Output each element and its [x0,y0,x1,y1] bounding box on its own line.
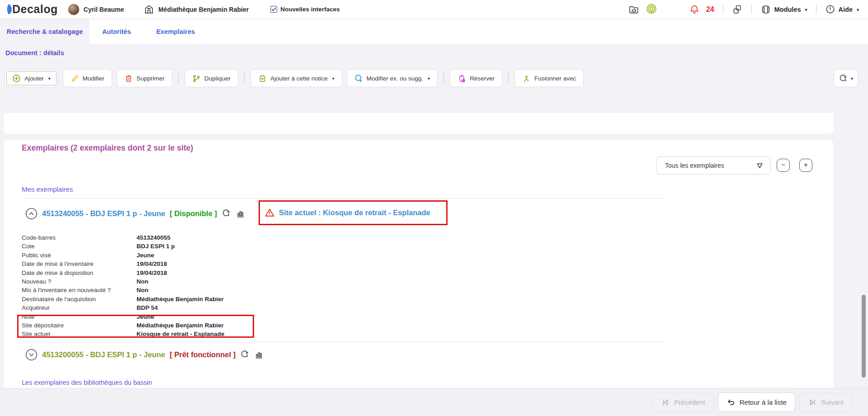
back-to-list-button[interactable]: Retour à la liste [718,392,795,412]
duplicate-button[interactable]: Dupliquer [184,69,238,87]
toolbar-separator [244,72,245,84]
detail-row: Destinataire de l'acquisitionMédiathèque… [22,295,224,303]
header-separator [751,5,752,14]
document-card-bottom [4,113,834,134]
collapse-all-button[interactable]: − [777,159,790,172]
detail-value: Non [137,286,148,294]
section-title: Exemplaires (2 exemplaires dont 2 sur le… [22,143,193,153]
delete-button-label: Supprimer [137,75,165,82]
previous-button[interactable]: Précédent [652,392,713,412]
delete-button[interactable]: Supprimer [117,69,172,87]
caret-down-icon [856,6,859,13]
decalog-logo[interactable]: Decalog [6,3,58,16]
add-to-record-button[interactable]: Ajouter à cette notice [250,69,342,87]
user-name: Cyril Beaume [84,6,124,13]
detail-label: Date de mise à l'inventaire [22,260,137,268]
tab-autorites[interactable]: Autorités [90,19,144,44]
modify-circle-icon [354,74,363,83]
notification-count-badge[interactable]: 24 [706,5,714,14]
skip-previous-icon [661,398,670,407]
exemplaire-title[interactable]: 4513240055 - BDJ ESPI 1 p - Jeune [42,209,165,218]
header-actions: 24 Modules Aide [628,4,859,15]
reserve-button-label: Réserver [470,75,495,82]
next-button[interactable]: Suivant [799,392,852,412]
exemplaire-status: [ Prêt fonctionnel ] [170,350,236,359]
rfid-antenna-icon[interactable] [646,4,657,15]
detail-row: Code-barres4513240055 [22,233,224,242]
search-history-button[interactable] [834,69,858,87]
return-arrow-icon [726,398,736,407]
library-icon [144,4,154,14]
detail-row: Site dépositaireMédiathèque Benjamin Rab… [22,321,224,330]
merge-button[interactable]: Fusionner avec [514,69,584,87]
detail-value: 19/04/2018 [137,269,167,277]
basin-libraries-link[interactable]: Les exemplaires des bibliothèques du bas… [22,379,152,386]
detail-row: Site actuelKiosque de retrait - Esplanad… [22,330,224,338]
exemplaire-row-1: 4513240055 - BDJ ESPI 1 p - Jeune [ Disp… [25,205,245,222]
top-header: Decalog Cyril Beaume Médiathèque Benjami… [0,0,868,19]
toolbar-separator [178,72,179,84]
statistics-icon[interactable] [236,209,245,218]
my-items-heading: Mes exemplaires [22,185,73,193]
user-menu[interactable]: Cyril Beaume [68,4,124,15]
expand-item-button[interactable] [25,349,38,361]
modify-ex-sugg-button[interactable]: Modifier ex. ou sugg. [347,69,438,87]
merge-button-label: Fusionner avec [534,75,576,82]
modify-button[interactable]: Modifier [63,69,112,87]
detail-label: Nouveau ? [22,277,137,286]
detail-label: Acquéreur [22,303,137,312]
cloud-folder-icon[interactable] [628,4,639,15]
add-button[interactable]: Ajouter [5,69,58,87]
toolbar-separator [443,72,444,84]
detail-row: Mis à l'inventaire en nouveauté ?Non [22,286,224,294]
detail-row: AcquéreurBDP 54 [22,303,224,312]
divider [22,342,666,342]
skip-next-icon [808,398,817,407]
detail-row: NoteJeune [22,312,224,321]
exemplaire-details: Code-barres4513240055 CoteBDJ ESPI 1 p P… [22,233,224,339]
next-button-label: Suivant [821,398,844,406]
vertical-scrollbar-thumb[interactable] [862,295,866,378]
exemplaire-status: [ Disponible ] [170,209,217,218]
exemplaires-filter-select[interactable]: Tous les exemplaires [656,156,771,175]
loan-history-icon[interactable] [240,350,250,359]
caret-down-icon [427,75,430,82]
detail-value: Médiathèque Benjamin Rabier [137,321,224,330]
current-site-warning-text: Site actuel : Kiosque de retrait - Espla… [279,208,430,217]
tab-recherche-catalogage[interactable]: Recherche & catalogage [0,19,90,44]
reserve-button[interactable]: Réserver [450,69,502,87]
caret-down-icon [850,75,853,82]
annotation-box-site-warning: Site actuel : Kiosque de retrait - Espla… [259,200,448,225]
bottom-action-bar: Précédent Retour à la liste Suivant [0,388,868,416]
detail-row: CoteBDJ ESPI 1 p [22,242,224,251]
header-separator [816,5,816,14]
trash-icon [124,74,133,83]
help-label: Aide [839,6,853,13]
new-interfaces-checkbox[interactable] [270,6,277,13]
collapse-item-button[interactable] [25,208,38,220]
new-interfaces-toggle[interactable]: Nouvelles interfaces [270,6,340,13]
back-to-list-button-label: Retour à la liste [740,398,787,406]
site-selector[interactable]: Médiathèque Benjamin Rabier [144,4,249,14]
detail-value: BDP 54 [137,303,158,312]
expand-all-button[interactable]: + [799,159,812,172]
action-toolbar: Ajouter Modifier Supprimer Dupliquer Ajo… [5,69,584,87]
plus-circle-icon [12,74,21,83]
modules-menu[interactable]: Modules [760,4,807,15]
notifications-bell[interactable] [689,4,700,15]
help-menu[interactable]: Aide [825,4,859,14]
modify-button-label: Modifier [83,75,104,82]
user-avatar [68,4,80,15]
previous-button-label: Précédent [674,398,705,406]
exemplaire-title[interactable]: 4513200055 - BDJ ESPI 1 p - Jeune [42,350,165,359]
apps-windows-icon[interactable] [732,4,743,15]
detail-label: Code-barres [22,233,137,242]
detail-label: Destinataire de l'acquisition [22,295,137,303]
statistics-icon[interactable] [255,350,264,359]
tab-exemplaires[interactable]: Exemplaires [144,19,208,44]
reserve-icon [458,74,466,83]
loan-history-icon[interactable] [222,208,231,218]
detail-value: Médiathèque Benjamin Rabier [137,295,224,303]
exemplaire-row-2: 4513200055 - BDJ ESPI 1 p - Jeune [ Prêt… [25,346,264,363]
detail-value: Jeune [137,312,154,321]
